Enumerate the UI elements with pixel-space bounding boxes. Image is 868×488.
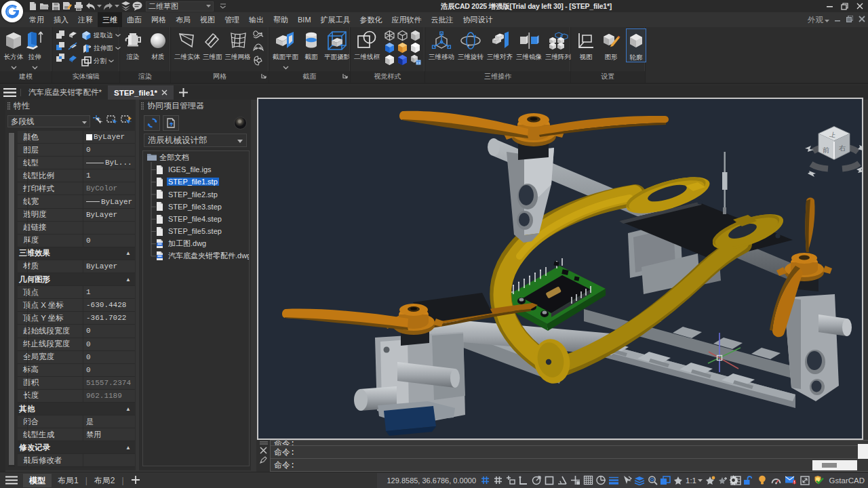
doc-minimize-icon[interactable]: [835, 15, 841, 24]
tree-file-iges[interactable]: IGES_file.igs: [143, 163, 249, 176]
graphics-button[interactable]: 图形: [601, 28, 621, 61]
select-objects-icon[interactable]: [106, 115, 117, 127]
prop-row-global-width[interactable]: 全局宽度 0: [18, 351, 135, 364]
doc-menu-icon[interactable]: [0, 85, 19, 100]
tab-kuozhan[interactable]: 扩展工具: [316, 12, 355, 27]
tab-wangge[interactable]: 网格: [146, 12, 171, 27]
panel-caption-settings[interactable]: 设置: [571, 71, 645, 83]
undo-dropdown-icon[interactable]: [96, 1, 102, 12]
prop-row-area[interactable]: 面积 51557.2374: [18, 377, 135, 390]
new-layout-icon[interactable]: [125, 474, 146, 487]
prop-row-linetype-scale[interactable]: 线型比例 1: [18, 169, 135, 182]
object-type-dropdown[interactable]: 多段线: [7, 115, 90, 127]
tab-guanli[interactable]: 管理: [220, 12, 244, 27]
layout2-tab[interactable]: 布局2: [88, 474, 121, 487]
prop-row-linetype[interactable]: 线型 ByL...: [18, 157, 135, 169]
edge-surface-icon[interactable]: [253, 42, 264, 53]
solid2d-button[interactable]: 二维实体: [174, 28, 201, 61]
prop-row-vertex-y[interactable]: 顶点 Y 坐标 -361.7022: [18, 312, 135, 325]
new-doctab-icon[interactable]: [174, 85, 193, 100]
command-hscrollbar[interactable]: [812, 460, 857, 470]
angle-snap-icon[interactable]: [557, 475, 568, 486]
tab-bangzhu[interactable]: 帮助: [269, 12, 293, 27]
bulb-icon[interactable]: [757, 475, 768, 486]
vs-conceptual-icon[interactable]: [409, 41, 422, 54]
lineweight-display-icon[interactable]: [608, 475, 619, 486]
grid-on-icon[interactable]: [479, 475, 490, 486]
new-file-icon[interactable]: [27, 1, 38, 12]
slice-icon[interactable]: [67, 29, 78, 40]
tab-changyong[interactable]: 常用: [24, 12, 49, 27]
redo-dropdown-icon[interactable]: [114, 1, 119, 12]
magnifier-icon[interactable]: [647, 475, 658, 486]
ortho-icon[interactable]: [518, 475, 529, 486]
prop-row-vertex[interactable]: 顶点 1: [18, 286, 135, 299]
vs-realistic-icon[interactable]: [396, 41, 409, 54]
qat-overflow-icon[interactable]: [220, 3, 226, 9]
vs-wireframe-icon[interactable]: [383, 29, 396, 41]
workspace-selector[interactable]: 二维草图: [146, 1, 214, 12]
vs-shades-gray-icon[interactable]: [383, 54, 396, 66]
prop-row-layer[interactable]: 图层 0: [18, 144, 135, 157]
face3d-button[interactable]: 三维面: [202, 28, 223, 61]
tab-qumian[interactable]: 曲面: [122, 12, 146, 27]
rotate3d-button[interactable]: 三维旋转: [457, 28, 484, 61]
vs-manage-icon[interactable]: [409, 54, 422, 66]
isolate-objects-icon[interactable]: [634, 475, 645, 486]
autoscale-icon[interactable]: [717, 475, 728, 486]
tab-canshuhua[interactable]: 参数化: [355, 12, 387, 27]
prop-row-start-width[interactable]: 起始线段宽度 0: [18, 325, 135, 338]
shell-icon[interactable]: [67, 41, 78, 52]
tree-file-step5[interactable]: STEP_file5.step: [143, 225, 249, 237]
model-tab[interactable]: 模型: [23, 474, 52, 487]
save-as-icon[interactable]: [62, 1, 73, 12]
tab-yunpizhu[interactable]: 云批注: [427, 12, 458, 27]
doc-restore-icon[interactable]: [846, 15, 853, 24]
command-input-line[interactable]: 命令:: [271, 459, 868, 472]
import-file-button[interactable]: [163, 115, 179, 131]
team-dropdown[interactable]: 浩辰机械设计部: [144, 134, 247, 147]
prop-row-lineweight[interactable]: 线宽 ByLayer: [18, 195, 135, 208]
object-snap-tracking-icon[interactable]: [595, 475, 606, 486]
revolved-surface-icon[interactable]: [253, 29, 264, 40]
tree-file-qiche-dwg[interactable]: 汽车底盘夹钳零配件.dwg: [143, 250, 249, 262]
shield-check-icon[interactable]: [814, 475, 825, 486]
minimize-icon[interactable]: [825, 2, 834, 11]
mirror3d-button[interactable]: 三维镜像: [515, 28, 542, 61]
section-plane-button[interactable]: 截面平面: [272, 28, 299, 68]
layout1-tab[interactable]: 布局1: [52, 474, 85, 487]
command-vscrollbar[interactable]: [858, 444, 868, 459]
model-viewport[interactable]: 上 前 右: [257, 98, 863, 440]
union-icon[interactable]: [55, 29, 66, 40]
toggle-pickadd-icon[interactable]: [121, 115, 132, 127]
tree-file-step4[interactable]: STEP_file4.step: [143, 213, 249, 225]
extrude-button[interactable]: 拉伸: [24, 28, 45, 68]
tree-file-jiagongtu[interactable]: 加工图.dwg: [143, 237, 249, 249]
print-icon[interactable]: [73, 1, 84, 12]
quick-select-icon[interactable]: [93, 115, 103, 127]
box-dropdown-icon[interactable]: [11, 62, 17, 68]
snap-mode-icon[interactable]: [505, 475, 516, 486]
close-icon[interactable]: [855, 2, 864, 11]
prop-row-material[interactable]: 材质 ByLayer: [18, 260, 135, 273]
prop-row-linetype-gen[interactable]: 线型生成 禁用: [18, 428, 135, 441]
section-other[interactable]: 其他▲: [18, 403, 135, 415]
prop-row-elevation[interactable]: 标高 0: [18, 364, 135, 377]
tree-file-step1[interactable]: STEP_file1.stp: [143, 176, 249, 188]
doctab-qiche[interactable]: 汽车底盘夹钳零配件*: [22, 85, 108, 100]
tree-file-step2[interactable]: STEP_file2.stp: [143, 188, 249, 201]
taper-face-icon[interactable]: [67, 52, 78, 63]
prop-row-transparency[interactable]: 透明度 ByLayer: [18, 209, 135, 222]
tab-zhushi[interactable]: 注释: [73, 12, 98, 27]
section-modification[interactable]: 修改记录▲: [18, 441, 135, 454]
workspace-switch-icon[interactable]: [660, 475, 671, 486]
tab-shuchu[interactable]: 输出: [244, 12, 269, 27]
vs-shaded-icon[interactable]: [383, 41, 396, 54]
tab-sanwei[interactable]: 三维: [98, 12, 122, 27]
panel-caption-visual-style[interactable]: 视觉样式: [351, 71, 425, 83]
extract-edge-button[interactable]: 提取边: [81, 29, 121, 41]
collab-panel-title[interactable]: 协同项目管理器: [139, 100, 251, 113]
command-history[interactable]: 命令: 命令: 命令:: [270, 440, 868, 472]
tree-file-step3[interactable]: STEP_file3.step: [143, 201, 249, 213]
layer-stack-icon[interactable]: [120, 1, 131, 12]
